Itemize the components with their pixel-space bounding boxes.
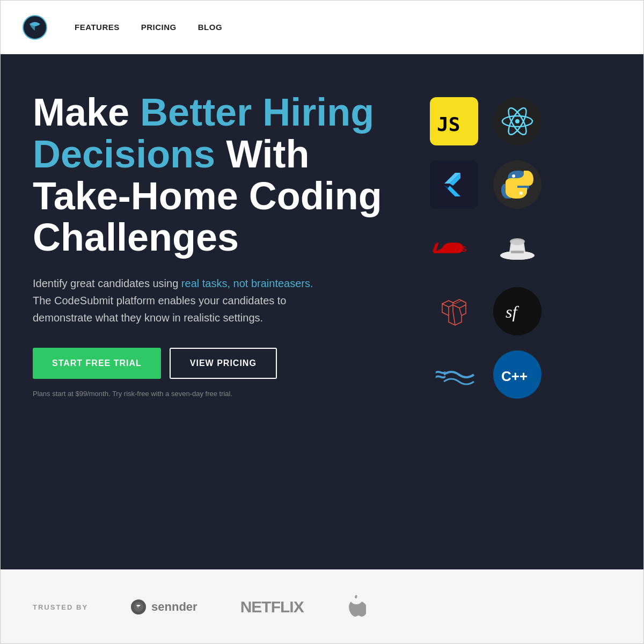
svg-text:C++: C++	[501, 368, 528, 384]
nav-pricing[interactable]: PRICING	[141, 23, 177, 32]
hero-buttons: START FREE TRIAL VIEW PRICING	[33, 348, 408, 379]
rails-icon: RAILS	[430, 224, 478, 272]
netflix-logo: NETFLIX	[240, 598, 304, 616]
symfony-icon: sf	[493, 287, 541, 335]
hero-title: Make Better HiringDecisions WithTake-Hom…	[33, 92, 408, 259]
netflix-text: NETFLIX	[240, 598, 304, 616]
cpp-icon: C++	[493, 350, 541, 399]
hero-content: Make Better HiringDecisions WithTake-Hom…	[33, 92, 408, 398]
hero-section: Make Better HiringDecisions WithTake-Hom…	[1, 54, 643, 569]
flutter-icon	[430, 160, 478, 209]
svg-text:JS: JS	[437, 113, 460, 135]
navbar: FEATURES PRICING BLOG	[1, 1, 643, 54]
hero-desc-rest: The CodeSubmit platform enables your can…	[33, 295, 287, 324]
hero-desc-plain: Identify great candidates using	[33, 277, 181, 289]
hero-desc-link: real tasks, not brainteasers.	[181, 277, 313, 289]
trusted-label: TRUSTED BY	[33, 603, 88, 611]
svg-rect-25	[433, 290, 475, 333]
hero-title-white1: Make	[33, 91, 140, 134]
namecheap-icon: ≈	[430, 350, 478, 399]
sennder-text: sennder	[151, 600, 197, 614]
sennder-icon	[131, 599, 146, 614]
laravel-icon	[430, 287, 478, 335]
hero-description: Identify great candidates using real tas…	[33, 275, 355, 326]
elixir-icon	[493, 224, 541, 272]
logo[interactable]	[22, 14, 48, 40]
svg-rect-26	[496, 290, 539, 333]
nav-links: FEATURES PRICING BLOG	[75, 23, 222, 32]
apple-logo	[347, 595, 366, 619]
react-icon	[493, 97, 541, 145]
view-pricing-button[interactable]: VIEW PRICING	[170, 348, 277, 379]
trusted-logos: sennder NETFLIX	[131, 595, 611, 619]
svg-point-23	[511, 240, 524, 245]
start-trial-button[interactable]: START FREE TRIAL	[33, 348, 161, 379]
nav-features[interactable]: FEATURES	[75, 23, 120, 32]
svg-point-15	[519, 192, 523, 195]
python-icon	[493, 160, 541, 209]
svg-text:RAILS: RAILS	[443, 245, 467, 253]
svg-point-14	[512, 174, 515, 178]
svg-rect-24	[511, 251, 524, 253]
tech-icons-grid: JS	[430, 92, 541, 399]
js-icon: JS	[430, 97, 478, 145]
trusted-bar: TRUSTED BY sennder NETFLIX	[1, 569, 643, 644]
sennder-logo: sennder	[131, 599, 197, 614]
hero-note: Plans start at $99/month. Try risk-free …	[33, 390, 408, 398]
nav-blog[interactable]: BLOG	[198, 23, 222, 32]
svg-point-7	[515, 119, 519, 123]
